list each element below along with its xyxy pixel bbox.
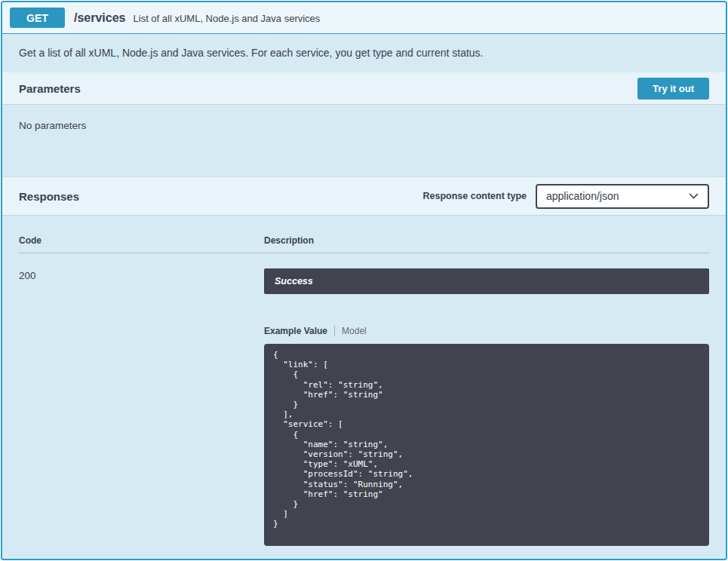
no-parameters-message: No parameters: [19, 120, 86, 131]
tab-separator: [334, 326, 335, 336]
chevron-down-icon: [689, 193, 699, 199]
parameters-section-header: Parameters Try it out: [2, 72, 726, 105]
endpoint-path: /services: [74, 11, 126, 25]
http-method-badge[interactable]: GET: [10, 8, 65, 28]
response-status-banner: Success: [264, 268, 709, 294]
tab-model[interactable]: Model: [342, 326, 367, 336]
operation-summary-row[interactable]: GET /services List of all xUML, Node.js …: [2, 2, 726, 34]
endpoint-description: Get a list of all xUML, Node.js and Java…: [2, 34, 726, 72]
responses-title: Responses: [19, 190, 79, 203]
response-content-type-wrapper: Response content type application/json: [422, 184, 709, 209]
tab-example-value[interactable]: Example Value: [264, 326, 327, 336]
responses-table-header: Code Description: [19, 235, 709, 253]
responses-section-header: Responses Response content type applicat…: [2, 176, 726, 216]
response-row-200: 200 Success Example Value Model { "link"…: [19, 253, 709, 546]
response-content-type-value: application/json: [546, 190, 619, 202]
response-content-type-select[interactable]: application/json: [536, 184, 709, 209]
code-column-header: Code: [19, 235, 264, 246]
responses-container: Code Description 200 Success Example Val…: [2, 216, 726, 560]
response-content-type-label: Response content type: [422, 191, 527, 201]
try-it-out-button[interactable]: Try it out: [637, 78, 709, 100]
response-description-cell: Success Example Value Model { "link": [ …: [264, 268, 709, 546]
operation-block-get-services: GET /services List of all xUML, Node.js …: [1, 1, 727, 560]
example-model-tabs: Example Value Model: [264, 326, 709, 336]
parameters-container: No parameters: [2, 105, 726, 176]
parameters-title: Parameters: [19, 82, 81, 95]
example-json-block[interactable]: { "link": [ { "rel": "string", "href": "…: [264, 344, 709, 546]
responses-table: Code Description 200 Success Example Val…: [19, 235, 709, 546]
description-column-header: Description: [264, 235, 709, 246]
endpoint-summary: List of all xUML, Node.js and Java servi…: [134, 11, 321, 24]
response-code: 200: [19, 268, 264, 546]
